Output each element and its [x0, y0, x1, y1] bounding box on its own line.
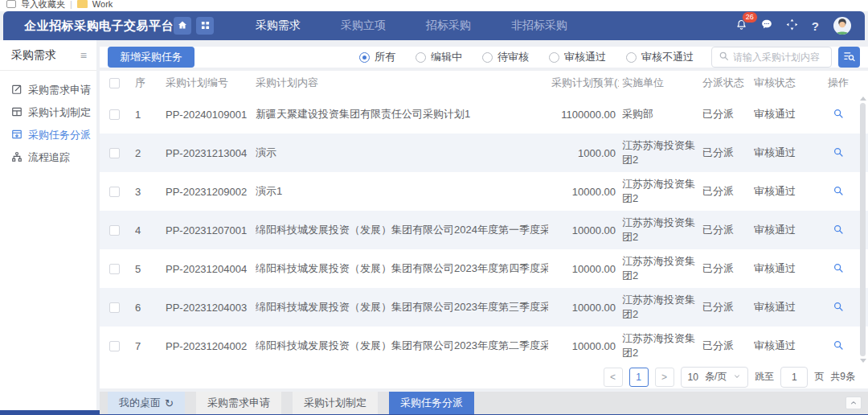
nav-tab-bidding-purchase[interactable]: 招标采购 — [426, 18, 471, 33]
row-plan-code: PP-20231209002 — [166, 186, 252, 198]
sidebar-item-purchase-task-dispatch[interactable]: 采购任务分派 — [0, 124, 96, 146]
row-budget: 10000.00 — [551, 263, 619, 275]
tab-label: 采购计划制定 — [304, 396, 366, 410]
table-scrollbar[interactable] — [859, 97, 866, 363]
status-filter-group: 所有 编辑中 待审核 审核通过 — [359, 50, 694, 64]
search-input[interactable] — [733, 51, 825, 63]
row-dispatch-status: 已分派 — [702, 107, 751, 121]
row-checkbox[interactable] — [109, 302, 120, 313]
row-plan-code: PP-20231213004 — [166, 147, 252, 159]
row-implementing-unit: 江苏苏海投资集团2 — [622, 331, 699, 360]
row-checkbox[interactable] — [109, 341, 120, 351]
search-box — [711, 47, 832, 68]
navigation-button[interactable] — [786, 18, 798, 34]
nav-tab-non-bidding-purchase[interactable]: 非招标采购 — [511, 18, 567, 33]
status-filter-radio[interactable]: 待审核 — [482, 50, 529, 64]
row-budget: 10000.00 — [551, 302, 619, 314]
jump-page-input[interactable] — [780, 367, 808, 388]
row-checkbox[interactable] — [109, 264, 120, 274]
help-button[interactable]: ? — [812, 19, 819, 33]
grid-icon — [201, 18, 210, 33]
page-number-button[interactable]: 1 — [629, 368, 649, 387]
column-plan-code: 采购计划编号 — [166, 76, 252, 90]
table-row: 3 PP-20231209002 演示1 10000.00 江苏苏海投资集团2 … — [100, 172, 868, 211]
messages-button[interactable] — [761, 18, 772, 33]
total-count-label: 共9条 — [830, 370, 855, 384]
row-audit-status: 审核通过 — [754, 184, 817, 199]
row-checkbox[interactable] — [109, 109, 120, 120]
page-size-select[interactable]: 10 条/页 — [681, 367, 749, 388]
row-dispatch-status: 已分派 — [702, 223, 751, 237]
row-budget: 1000.00 — [551, 147, 619, 159]
view-detail-button[interactable] — [833, 185, 844, 196]
add-purchase-task-button[interactable]: 新增采购任务 — [108, 47, 194, 68]
row-implementing-unit: 江苏苏海投资集团2 — [622, 254, 699, 282]
row-checkbox[interactable] — [109, 187, 120, 197]
row-seq: 7 — [135, 340, 162, 352]
status-filter-radio[interactable]: 审核不通过 — [626, 50, 694, 64]
column-implementing-unit: 实施单位 — [622, 76, 699, 90]
row-plan-content: 演示 — [256, 146, 548, 160]
home-button[interactable] — [174, 17, 191, 35]
advanced-search-button[interactable] — [838, 47, 860, 68]
sidebar-item-label: 采购任务分派 — [28, 128, 91, 142]
tab-purchase-plan-formulation[interactable]: 采购计划制定 — [293, 392, 378, 414]
app-title: 企业招标采购电子交易平台 — [24, 18, 174, 34]
status-filter-radio[interactable]: 编辑中 — [416, 50, 462, 64]
compass-arrows-icon — [786, 18, 798, 34]
radio-icon — [626, 52, 637, 63]
nav-tab-purchase-initiation[interactable]: 采购立项 — [341, 18, 386, 33]
status-filter-radio[interactable]: 所有 — [359, 50, 395, 64]
row-plan-content: 绵阳科技城发展投资（发展）集团有限公司2024年度第一季度采购 — [256, 223, 548, 237]
table-row: 2 PP-20231213004 演示 1000.00 江苏苏海投资集团2 已分… — [100, 134, 868, 172]
scroll-up-arrow-icon[interactable] — [860, 97, 866, 101]
app-header: 企业招标采购电子交易平台 采购需求 采购立项 招标采购 非招标采购 26 — [3, 11, 865, 40]
view-detail-button[interactable] — [833, 262, 844, 273]
row-checkbox[interactable] — [109, 148, 120, 158]
prev-page-button[interactable]: < — [604, 368, 623, 387]
scroll-down-arrow-icon[interactable] — [860, 359, 866, 363]
sidebar-collapse-icon[interactable]: ≡ — [80, 49, 87, 62]
column-operation: 操作 — [820, 76, 857, 90]
row-audit-status: 审核通过 — [754, 300, 817, 314]
nav-tab-purchase-demand[interactable]: 采购需求 — [256, 18, 301, 33]
row-dispatch-status: 已分派 — [702, 339, 751, 353]
view-detail-button[interactable] — [833, 339, 844, 351]
filter-label: 审核不通过 — [641, 50, 694, 64]
row-plan-content: 新疆天聚建设投资集团有限责任公司采购计划1 — [256, 107, 548, 121]
home-icon — [178, 18, 187, 33]
tab-my-desktop[interactable]: 我的桌面 ↻ — [108, 392, 185, 414]
table-row: 7 PP-20231204002 绵阳科技城发展投资（发展）集团有限公司2023… — [100, 327, 868, 365]
row-seq: 5 — [135, 263, 162, 275]
apps-grid-button[interactable] — [196, 17, 214, 35]
collapse-tabbar-button[interactable] — [845, 397, 862, 409]
tab-purchase-demand-application[interactable]: 采购需求申请 — [196, 392, 281, 414]
toolbar: 新增采购任务 所有 编辑中 待审核 — [100, 47, 868, 68]
table-row: 1 PP-20240109001 新疆天聚建设投资集团有限责任公司采购计划1 1… — [100, 95, 868, 134]
row-dispatch-status: 已分派 — [702, 261, 751, 276]
row-seq: 6 — [135, 302, 162, 314]
table-row: 5 PP-20231204004 绵阳科技城发展投资（发展）集团有限公司2023… — [100, 249, 868, 288]
sidebar-item-process-tracking[interactable]: 流程追踪 — [0, 146, 96, 169]
scrollbar-thumb[interactable] — [860, 103, 866, 356]
view-detail-button[interactable] — [833, 301, 844, 312]
refresh-icon[interactable]: ↻ — [165, 397, 174, 409]
tab-purchase-task-dispatch[interactable]: 采购任务分派 — [389, 392, 474, 414]
user-avatar[interactable] — [833, 16, 852, 35]
bookmark-work-folder[interactable]: Work — [92, 0, 113, 9]
browser-bookmark-strip: 导入收藏夹 | Work — [0, 0, 868, 11]
view-detail-button[interactable] — [833, 224, 844, 235]
row-plan-code: PP-20240109001 — [166, 109, 252, 121]
select-all-checkbox[interactable] — [109, 78, 120, 88]
sidebar-item-purchase-plan-formulation[interactable]: 采购计划制定 — [0, 101, 96, 124]
next-page-button[interactable]: > — [655, 368, 674, 387]
row-implementing-unit: 江苏苏海投资集团2 — [622, 138, 699, 166]
view-detail-button[interactable] — [833, 108, 844, 119]
status-filter-radio[interactable]: 审核通过 — [549, 50, 606, 64]
row-plan-code: PP-20231207001 — [166, 224, 252, 236]
notification-button[interactable]: 26 — [735, 18, 747, 34]
row-checkbox[interactable] — [109, 225, 120, 236]
view-detail-button[interactable] — [833, 146, 844, 158]
bookmark-import-label[interactable]: 导入收藏夹 — [21, 0, 65, 10]
sidebar-item-purchase-demand-application[interactable]: 采购需求申请 — [0, 79, 96, 101]
